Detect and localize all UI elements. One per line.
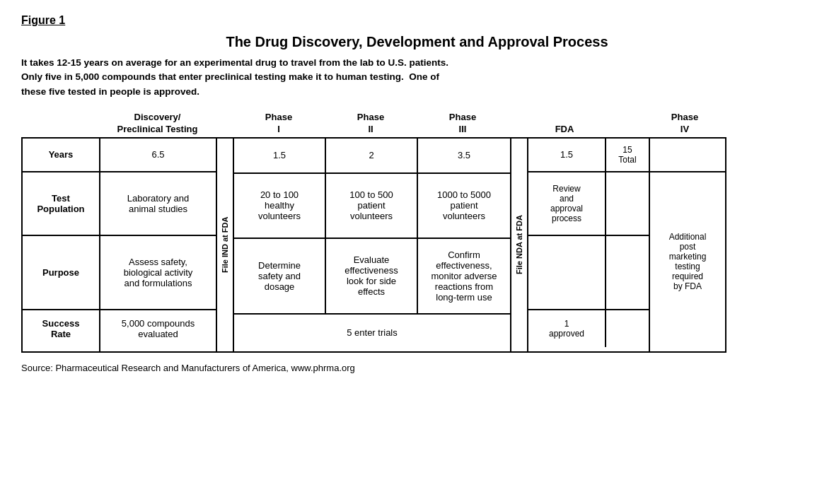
- left-labels: Years TestPopulation Purpose SuccessRate: [21, 137, 99, 353]
- phases-years-row: 1.5 2 3.5: [234, 139, 510, 174]
- fda-purpose-row: [528, 236, 649, 310]
- discovery-years: 6.5: [100, 139, 216, 172]
- phase4-content: Additionalpostmarketingtestingrequiredby…: [650, 172, 725, 351]
- nda-label-wrap: File NDA at FDA: [510, 137, 527, 353]
- discovery-success: 5,000 compoundsevaluated: [100, 310, 216, 347]
- header-discovery: Discovery/Preclinical Testing: [99, 112, 216, 136]
- discovery-purpose: Assess safety,biological activityand for…: [100, 236, 216, 310]
- fda-approved: 1approved: [528, 310, 606, 347]
- label-success: SuccessRate: [23, 310, 99, 347]
- phase4-column: Additionalpostmarketingtestingrequiredby…: [649, 137, 726, 353]
- phase2-purpose: Evaluateeffectivenesslook for sideeffect…: [326, 239, 418, 313]
- phase2-years: 2: [326, 139, 418, 172]
- header-row: Discovery/Preclinical Testing PhaseI Pha…: [21, 112, 813, 136]
- source: Source: Pharmaceutical Research and Manu…: [21, 363, 813, 373]
- phase1-years: 1.5: [234, 139, 326, 172]
- fda-total-years: 15Total: [606, 139, 649, 171]
- label-years: Years: [23, 139, 99, 172]
- fda-group: 1.5 15Total Reviewandapprovalprocess 1ap…: [527, 137, 649, 353]
- fda-testpop-row: Reviewandapprovalprocess: [528, 172, 649, 236]
- diagram: Discovery/Preclinical Testing PhaseI Pha…: [21, 112, 813, 353]
- fda-years: 1.5: [528, 139, 606, 171]
- header-phase4: PhaseIV: [646, 112, 724, 136]
- fda-review: Reviewandapprovalprocess: [528, 172, 606, 235]
- fda-total-testpop: [606, 172, 649, 235]
- phase3-testpop: 1000 to 5000patientvolunteers: [418, 174, 510, 238]
- label-testpop: TestPopulation: [23, 172, 99, 236]
- header-fda: FDA: [526, 124, 603, 136]
- fda-total-success: [606, 310, 649, 347]
- subtitle: It takes 12-15 years on average for an e…: [21, 56, 813, 99]
- discovery-column: 6.5 Laboratory andanimal studies Assess …: [99, 137, 216, 353]
- header-phase1: PhaseI: [233, 112, 325, 136]
- phases-purpose-row: Determinesafety anddosage Evaluateeffect…: [234, 239, 510, 315]
- fda-purpose: [528, 236, 606, 309]
- phase1-purpose: Determinesafety anddosage: [234, 239, 326, 313]
- figure-label: Figure 1: [21, 14, 813, 27]
- phase3-years: 3.5: [418, 139, 510, 172]
- discovery-testpop: Laboratory andanimal studies: [100, 172, 216, 236]
- fda-years-row: 1.5 15Total: [528, 139, 649, 172]
- phases-success-row: 5 enter trials: [234, 315, 510, 351]
- ind-label-wrap: File IND at FDA: [216, 137, 233, 353]
- fda-success-row: 1approved: [528, 310, 649, 347]
- header-phase3: PhaseIII: [417, 112, 509, 136]
- phase1-testpop: 20 to 100healthyvolunteers: [234, 174, 326, 238]
- phase2-testpop: 100 to 500patientvolunteers: [326, 174, 418, 238]
- table-area: Years TestPopulation Purpose SuccessRate…: [21, 137, 813, 353]
- fda-total-purpose: [606, 236, 649, 309]
- ind-label: File IND at FDA: [217, 139, 233, 351]
- phase4-years: [650, 139, 725, 172]
- phase3-purpose: Confirmeffectiveness,monitor adversereac…: [418, 239, 510, 313]
- label-purpose: Purpose: [23, 236, 99, 310]
- nda-label: File NDA at FDA: [511, 139, 527, 351]
- header-phase2: PhaseII: [325, 112, 417, 136]
- phases-testpop-row: 20 to 100healthyvolunteers 100 to 500pat…: [234, 174, 510, 239]
- phases-group: 1.5 2 3.5 20 to 100healthyvolunteers 100…: [233, 137, 510, 353]
- main-title: The Drug Discovery, Development and Appr…: [21, 34, 813, 50]
